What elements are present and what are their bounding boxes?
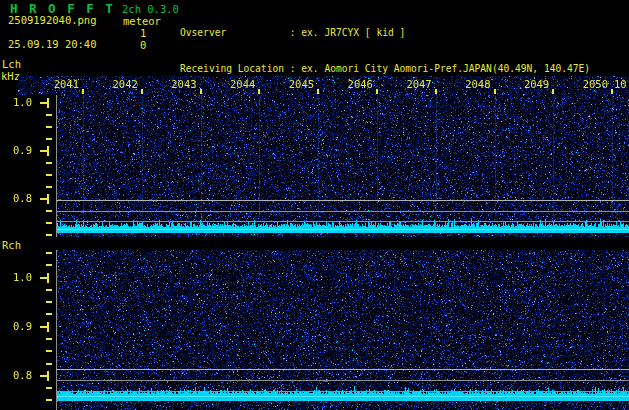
freq-minor-tick	[46, 126, 52, 128]
time-tick-label: 2047	[399, 79, 432, 90]
time-tick-mark	[435, 89, 437, 94]
noise-floor-band-texture	[57, 385, 629, 407]
freq-tick-mark	[47, 194, 49, 204]
rch-reference-line-2	[56, 380, 629, 381]
freq-tick-mark	[47, 322, 49, 332]
minute-gridline	[201, 95, 202, 217]
freq-tick-mark	[40, 198, 47, 200]
freq-tick-label: 0.9	[2, 321, 32, 332]
minute-gridline	[318, 95, 319, 217]
minute-gridline	[83, 95, 84, 217]
observer-line: Ovserver : ex. JR7CYX [ kid ]	[180, 27, 629, 39]
time-tick-mark	[258, 89, 260, 94]
noise-floor-band-texture	[57, 215, 629, 237]
freq-tick-mark	[47, 273, 49, 283]
time-tick-label: 2044	[222, 79, 255, 90]
freq-minor-tick	[46, 222, 52, 224]
location-line: Receiving Location : ex. Aomori City Aom…	[180, 63, 629, 75]
time-tick-label: 2050	[575, 79, 608, 90]
freq-minor-tick	[46, 210, 52, 212]
freq-minor-tick	[46, 350, 52, 352]
app-title: H R O F F T	[10, 3, 115, 14]
time-tick-mark	[317, 89, 319, 94]
time-tick-mark	[200, 89, 202, 94]
meteor-count-short: 0	[140, 40, 146, 51]
time-tick-mark	[141, 89, 143, 94]
time-tick-label: 2041	[46, 79, 79, 90]
freq-minor-tick	[46, 338, 52, 340]
lch-reference-line-2	[56, 211, 629, 212]
freq-minor-tick	[46, 387, 52, 389]
freq-minor-tick	[46, 252, 52, 254]
freq-minor-tick	[46, 234, 52, 236]
minute-gridline	[612, 95, 613, 217]
minute-gridline	[259, 95, 260, 217]
time-tick-label: 2045	[281, 79, 314, 90]
freq-tick-label: 1.0	[2, 97, 32, 108]
app-version: 2ch 0.3.0	[122, 4, 179, 15]
output-filename: 2509192040.png	[8, 15, 97, 26]
lch-reference-line-1	[56, 200, 629, 201]
freq-tick-label: 1.0	[2, 272, 32, 283]
time-tick-label: 2046	[340, 79, 373, 90]
meteor-count-long: 1	[140, 28, 146, 39]
freq-tick-label: 0.8	[2, 370, 32, 381]
minute-gridline	[553, 95, 554, 217]
freq-tick-mark	[40, 326, 47, 328]
timestamp: 25.09.19 20:40	[8, 39, 97, 50]
lch-noise-floor-band	[57, 215, 629, 237]
time-tick-mark	[611, 89, 613, 94]
freq-minor-tick	[46, 186, 52, 188]
time-tick-label: 2043	[164, 79, 197, 90]
rch-noise-floor-band	[57, 385, 629, 407]
freq-minor-tick	[46, 313, 52, 315]
freq-minor-tick	[46, 301, 52, 303]
freq-tick-mark	[40, 277, 47, 279]
hrofft-screen: H R O F F T 2ch 0.3.0 2509192040.png 25.…	[0, 0, 629, 410]
meteor-label: meteor	[123, 16, 161, 27]
freq-minor-tick	[46, 162, 52, 164]
time-tick-label: 2048	[458, 79, 491, 90]
time-tick-mark	[494, 89, 496, 94]
freq-tick-mark	[47, 98, 49, 108]
time-tick-mark	[552, 89, 554, 94]
freq-minor-tick	[46, 264, 52, 266]
freq-minor-tick	[46, 138, 52, 140]
freq-minor-tick	[46, 399, 52, 401]
time-tick-label: 2042	[105, 79, 138, 90]
freq-tick-mark	[47, 146, 49, 156]
minute-gridline	[495, 95, 496, 217]
freq-minor-tick	[46, 363, 52, 365]
freq-tick-mark	[40, 102, 47, 104]
time-tick-mark	[82, 89, 84, 94]
rch-reference-line-1	[56, 369, 629, 370]
freq-tick-mark	[40, 150, 47, 152]
freq-minor-tick	[46, 114, 52, 116]
time-tick-label-overflow: 10	[614, 79, 629, 90]
freq-tick-mark	[40, 375, 47, 377]
rch-channel-label: Rch	[2, 240, 21, 251]
minute-gridline	[142, 95, 143, 217]
time-tick-mark	[376, 89, 378, 94]
freq-tick-mark	[47, 371, 49, 381]
time-tick-label: 2049	[516, 79, 549, 90]
minute-gridline	[377, 95, 378, 217]
freq-minor-tick	[46, 289, 52, 291]
freq-tick-label: 0.8	[2, 193, 32, 204]
lch-channel-label: Lch	[2, 59, 21, 70]
minute-gridline	[436, 95, 437, 217]
freq-tick-label: 0.9	[2, 145, 32, 156]
freq-minor-tick	[46, 174, 52, 176]
